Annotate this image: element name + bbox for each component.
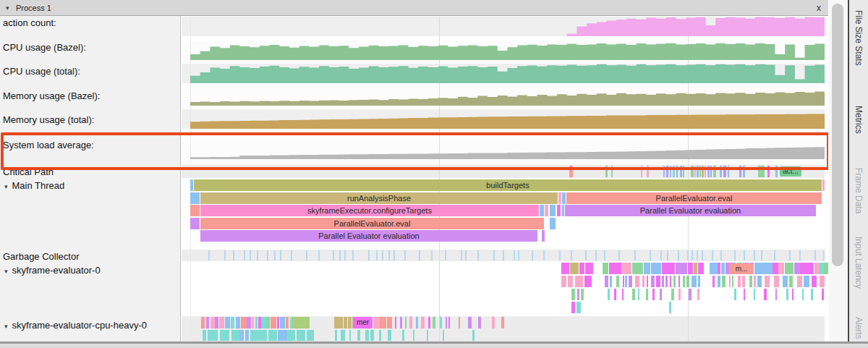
gc-tick xyxy=(233,250,234,260)
timeline-panel[interactable]: ▾ Process 1 x action count:CPU usage (Ba… xyxy=(0,0,828,343)
trace-tick xyxy=(774,276,779,287)
gc-tick xyxy=(702,250,703,260)
trace-slice-fragment xyxy=(822,179,825,191)
trace-slice[interactable]: ParallelEvaluator.eval xyxy=(200,218,544,229)
trace-tick xyxy=(605,166,608,177)
trace-tick xyxy=(611,166,613,177)
collapse-arrow-icon[interactable]: ▾ xyxy=(6,0,9,16)
sidebar-tab-metrics[interactable]: Metrics xyxy=(854,106,864,134)
trace-tick xyxy=(742,276,746,287)
gc-tick xyxy=(404,250,406,260)
trace-tick xyxy=(584,276,592,287)
trace-slice[interactable]: ParallelEvaluator.eval xyxy=(566,192,822,204)
trace-tick xyxy=(635,276,639,287)
trace-tick xyxy=(609,263,621,274)
gc-tick xyxy=(650,250,651,260)
trace-tick xyxy=(764,289,767,300)
sidebar-tab-alerts[interactable]: Alerts xyxy=(854,317,864,339)
trace-tick xyxy=(373,317,380,328)
trace-tick xyxy=(629,276,632,287)
trace-tick xyxy=(802,289,804,300)
track-label-skyframe-evaluator-cpu-heavy-0[interactable]: ▾skyframe-evaluator-cpu-heavy-0 xyxy=(4,320,147,331)
gc-tick xyxy=(744,250,745,260)
trace-tick xyxy=(225,317,230,328)
trace-tick xyxy=(678,289,681,300)
track-badge[interactable]: mer xyxy=(353,317,373,328)
trace-tick xyxy=(775,289,777,300)
process-header[interactable]: ▾ Process 1 x xyxy=(0,0,828,16)
sidebar-tab-frame-data[interactable]: Frame Data xyxy=(854,168,864,213)
gc-tick xyxy=(461,250,462,260)
gc-tick xyxy=(445,250,446,260)
gc-tick xyxy=(368,250,370,260)
vertical-scrollbar[interactable] xyxy=(829,0,847,342)
vertical-scrollbar-thumb[interactable] xyxy=(832,4,843,266)
trace-tick xyxy=(252,317,254,328)
trace-tick xyxy=(754,289,756,300)
sidebar-tab-file-size-stats[interactable]: File Size Stats xyxy=(854,10,864,66)
trace-tick xyxy=(239,330,244,341)
trace-tick xyxy=(250,330,260,341)
trace-tick xyxy=(433,317,436,328)
trace-tick xyxy=(261,317,267,328)
trace-tick xyxy=(773,263,778,274)
trace-slice[interactable]: Parallel Evaluator evaluation xyxy=(565,205,816,216)
trace-tick xyxy=(686,276,689,287)
trace-tick xyxy=(278,330,287,341)
trace-tick xyxy=(277,317,279,328)
trace-tick xyxy=(804,276,809,287)
trace-tick xyxy=(395,317,396,328)
trace-tick xyxy=(623,276,624,287)
track-badge[interactable]: act... xyxy=(780,166,801,177)
track-badge[interactable]: m... xyxy=(729,263,754,274)
trace-slice[interactable]: skyframeExecutor.configureTargets xyxy=(200,205,539,216)
trace-tick xyxy=(203,330,206,341)
gc-tick xyxy=(514,250,515,260)
collapse-arrow-icon[interactable]: ▾ xyxy=(4,268,8,275)
trace-slice-fragment xyxy=(558,192,561,204)
trace-tick xyxy=(579,263,584,274)
gc-tick xyxy=(503,250,504,260)
trace-tick xyxy=(448,317,450,328)
sidebar-tab-input-latency[interactable]: Input Latency xyxy=(854,237,864,289)
trace-tick xyxy=(428,317,430,328)
trace-slice-fragment xyxy=(190,218,200,229)
trace-tick xyxy=(728,166,729,177)
trace-slice[interactable]: Parallel Evaluator evaluation xyxy=(200,230,537,242)
trace-tick xyxy=(666,166,668,177)
gc-tick xyxy=(274,250,276,260)
trace-profiler-app: ▾ Process 1 x action count:CPU usage (Ba… xyxy=(0,0,868,348)
trace-tick xyxy=(610,276,612,287)
trace-tick xyxy=(651,276,654,287)
trace-tick xyxy=(210,317,215,328)
trace-tick xyxy=(341,330,344,341)
gc-tick xyxy=(280,250,281,260)
trace-tick xyxy=(754,263,763,274)
trace-tick xyxy=(647,166,649,177)
trace-tick xyxy=(814,263,820,274)
trace-tick xyxy=(614,289,617,300)
trace-tick xyxy=(380,317,386,328)
trace-tick xyxy=(665,276,668,287)
trace-tick xyxy=(286,317,289,328)
trace-slice[interactable]: runAnalysisPhase xyxy=(200,192,558,204)
gc-tick xyxy=(208,250,210,260)
trace-tick xyxy=(662,276,663,287)
trace-tick xyxy=(822,289,824,300)
collapse-arrow-icon[interactable]: ▾ xyxy=(4,323,8,330)
close-button[interactable]: x xyxy=(817,0,821,16)
gc-tick xyxy=(814,250,816,260)
trace-tick xyxy=(402,330,404,341)
gc-tick xyxy=(393,250,395,260)
trace-tick xyxy=(260,330,267,341)
trace-slice[interactable]: buildTargets xyxy=(194,179,822,191)
horizontal-scrollbar[interactable] xyxy=(0,344,868,348)
trace-tick xyxy=(680,166,682,177)
trace-tick xyxy=(694,263,697,274)
track-label-main-thread[interactable]: ▾Main Thread xyxy=(4,180,64,191)
gc-tick xyxy=(532,250,533,260)
collapse-arrow-icon[interactable]: ▾ xyxy=(4,183,8,190)
trace-tick xyxy=(744,289,745,300)
track-label-skyframe-evaluator-0[interactable]: ▾skyframe-evaluator-0 xyxy=(4,265,101,276)
trace-tick xyxy=(732,276,734,287)
